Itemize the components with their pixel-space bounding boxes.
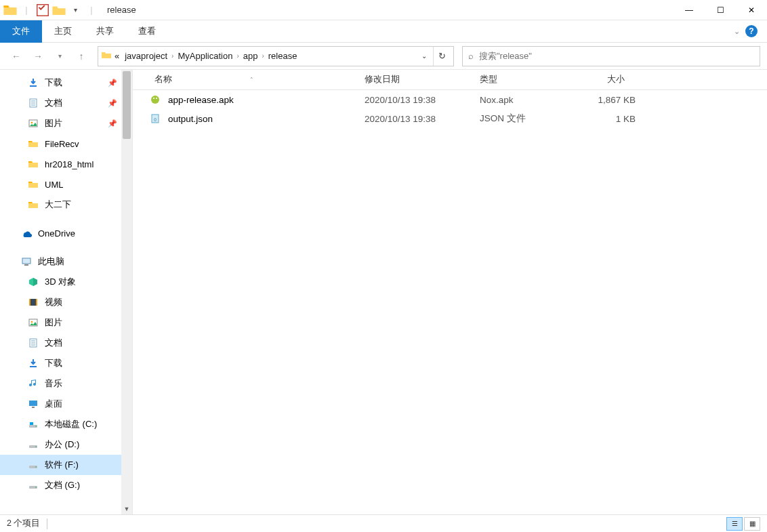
pic-icon bbox=[27, 316, 39, 329]
svg-point-7 bbox=[31, 122, 33, 124]
sidebar-pc-item[interactable]: 本地磁盘 (C:) bbox=[0, 414, 132, 434]
sidebar-item-label: 桌面 bbox=[45, 398, 62, 410]
sidebar-pc-item[interactable]: 下载 bbox=[0, 353, 132, 373]
chevron-right-icon[interactable]: › bbox=[260, 52, 265, 60]
sidebar-scrollbar[interactable]: ▲ ▼ bbox=[121, 70, 132, 514]
sidebar-quick-item[interactable]: 文档📌 bbox=[0, 93, 132, 113]
search-input[interactable] bbox=[479, 51, 754, 61]
sidebar-item-label: 此电脑 bbox=[38, 255, 64, 268]
sidebar-pc-item[interactable]: 3D 对象 bbox=[0, 272, 132, 292]
sidebar-quick-item[interactable]: UML bbox=[0, 174, 132, 195]
up-button[interactable]: ↑ bbox=[72, 47, 91, 66]
tab-share[interactable]: 共享 bbox=[84, 20, 126, 43]
file-row[interactable]: {}output.json2020/10/13 19:38JSON 文件1 KB bbox=[133, 109, 767, 128]
col-size[interactable]: 大小 bbox=[569, 74, 630, 85]
sidebar-item-label: 软件 (F:) bbox=[45, 459, 79, 471]
item-count: 2 个项目 bbox=[7, 518, 40, 529]
col-name[interactable]: 名称˄ bbox=[149, 74, 359, 85]
svg-rect-1 bbox=[30, 85, 37, 87]
help-icon[interactable]: ? bbox=[745, 25, 758, 37]
sidebar-this-pc[interactable]: 此电脑 bbox=[0, 251, 132, 272]
back-button[interactable]: ← bbox=[7, 47, 26, 66]
crumb-1[interactable]: MyApplication bbox=[175, 51, 235, 61]
file-size: 1,867 KB bbox=[575, 95, 636, 105]
quick-access-toolbar: | ▾ | bbox=[0, 3, 102, 18]
properties-icon[interactable] bbox=[35, 3, 50, 18]
details-view-icon[interactable]: ☰ bbox=[726, 517, 743, 531]
tab-file[interactable]: 文件 bbox=[0, 20, 42, 43]
sidebar-quick-item[interactable]: 图片📌 bbox=[0, 113, 132, 134]
scroll-down-icon[interactable]: ▼ bbox=[121, 504, 132, 514]
maximize-button[interactable]: ☐ bbox=[705, 0, 736, 20]
forward-button[interactable]: → bbox=[28, 47, 47, 66]
sidebar-quick-item[interactable]: 大二下 bbox=[0, 195, 132, 215]
icons-view-icon[interactable]: ▦ bbox=[744, 517, 760, 531]
scroll-thumb[interactable] bbox=[123, 71, 131, 139]
crumb-2[interactable]: app bbox=[241, 51, 261, 61]
drive-icon bbox=[27, 438, 39, 451]
sidebar-quick-item[interactable]: 下载📌 bbox=[0, 73, 132, 93]
sidebar-pc-item[interactable]: 音乐 bbox=[0, 373, 132, 394]
qat-separator: | bbox=[19, 3, 34, 18]
drive-win-icon bbox=[27, 418, 39, 430]
svg-rect-12 bbox=[36, 299, 37, 306]
cube-icon bbox=[27, 276, 39, 288]
chevron-right-icon[interactable]: › bbox=[235, 52, 240, 60]
crumb-3[interactable]: release bbox=[266, 51, 300, 61]
file-name: output.json bbox=[168, 114, 365, 124]
search-box[interactable]: ⌕ bbox=[462, 46, 760, 66]
file-type: Nox.apk bbox=[480, 95, 575, 105]
col-date[interactable]: 修改日期 bbox=[359, 74, 474, 85]
svg-point-14 bbox=[31, 321, 33, 323]
svg-rect-8 bbox=[22, 258, 30, 264]
tab-view[interactable]: 查看 bbox=[126, 20, 168, 43]
col-type[interactable]: 类型 bbox=[474, 74, 569, 85]
pin-icon: 📌 bbox=[108, 99, 117, 108]
folder-icon-small[interactable] bbox=[51, 3, 66, 18]
sidebar-onedrive[interactable]: OneDrive bbox=[0, 223, 132, 243]
close-button[interactable]: ✕ bbox=[736, 0, 767, 20]
refresh-icon[interactable]: ↻ bbox=[433, 47, 451, 66]
address-ellipsis[interactable]: « bbox=[112, 51, 122, 61]
sidebar-item-label: 视频 bbox=[45, 296, 62, 308]
pin-icon: 📌 bbox=[108, 119, 117, 128]
sidebar-pc-item[interactable]: 文档 bbox=[0, 333, 132, 353]
chevron-right-icon[interactable]: › bbox=[170, 52, 175, 60]
address-dropdown-icon[interactable]: ⌄ bbox=[415, 47, 433, 66]
svg-rect-0 bbox=[37, 4, 49, 16]
sidebar-item-label: 办公 (D:) bbox=[45, 438, 79, 451]
status-bar: 2 个项目 ☰ ▦ bbox=[0, 514, 767, 532]
sidebar-pc-item[interactable]: 办公 (D:) bbox=[0, 434, 132, 455]
sidebar-quick-item[interactable]: FileRecv bbox=[0, 134, 132, 154]
file-type: JSON 文件 bbox=[480, 112, 575, 125]
folder-icon bbox=[27, 158, 39, 170]
sidebar-item-label: OneDrive bbox=[38, 228, 75, 239]
sidebar-item-label: hr2018_html bbox=[45, 159, 94, 169]
qat-dropdown-icon[interactable]: ▾ bbox=[68, 3, 83, 18]
drive-icon bbox=[27, 459, 39, 471]
sidebar-item-label: 图片 bbox=[45, 316, 62, 329]
sidebar-pc-item[interactable]: 图片 bbox=[0, 312, 132, 333]
pc-icon bbox=[20, 255, 33, 268]
svg-rect-9 bbox=[24, 264, 28, 266]
minimize-button[interactable]: — bbox=[673, 0, 705, 20]
sidebar-pc-item[interactable]: 桌面 bbox=[0, 394, 132, 414]
ribbon-collapse-icon[interactable]: ⌄ bbox=[734, 27, 740, 36]
sidebar-item-label: 本地磁盘 (C:) bbox=[45, 418, 97, 430]
sidebar-item-label: 图片 bbox=[45, 117, 62, 129]
sidebar-quick-item[interactable]: hr2018_html bbox=[0, 154, 132, 174]
address-bar[interactable]: « javaproject › MyApplication › app › re… bbox=[98, 46, 454, 66]
svg-rect-19 bbox=[30, 366, 37, 367]
svg-point-30 bbox=[35, 487, 37, 488]
title-bar: | ▾ | release — ☐ ✕ bbox=[0, 0, 767, 20]
sidebar-pc-item[interactable]: 软件 (F:) bbox=[0, 455, 132, 475]
music-icon bbox=[27, 377, 39, 390]
desktop-icon bbox=[27, 398, 39, 410]
crumb-0[interactable]: javaproject bbox=[122, 51, 170, 61]
tab-home[interactable]: 主页 bbox=[42, 20, 84, 43]
download-icon bbox=[27, 357, 39, 369]
sidebar-pc-item[interactable]: 视频 bbox=[0, 292, 132, 312]
file-row[interactable]: app-release.apk2020/10/13 19:38Nox.apk1,… bbox=[133, 90, 767, 109]
recent-dropdown-icon[interactable]: ▾ bbox=[50, 47, 69, 66]
sidebar-pc-item[interactable]: 文档 (G:) bbox=[0, 475, 132, 495]
